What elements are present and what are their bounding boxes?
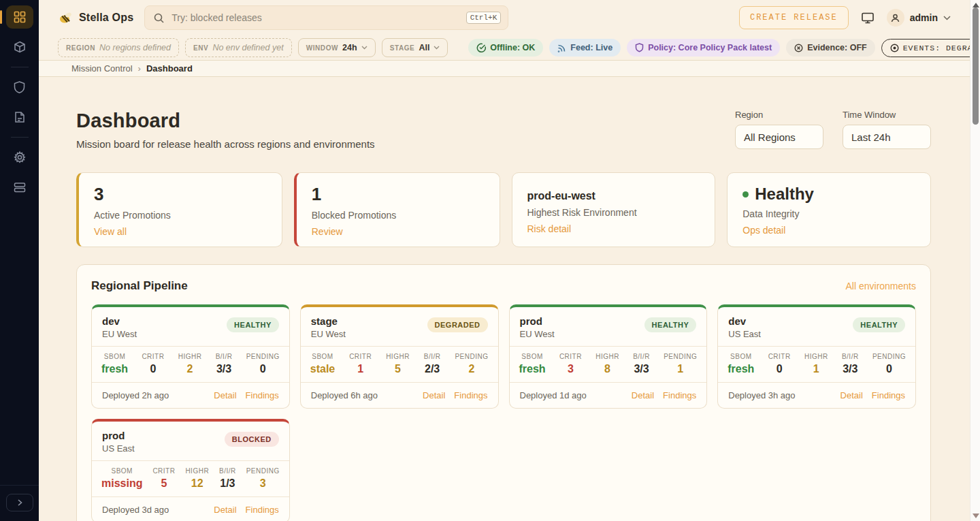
review-link[interactable]: Review (312, 226, 343, 237)
environment-name: prod (102, 430, 135, 441)
region-name: EU West (311, 329, 346, 339)
pipeline-grid: dev EU West HEALTHY SBOMfreshCRITR0HIGHR… (91, 304, 916, 521)
detail-link[interactable]: Detail (214, 505, 236, 515)
package-icon (13, 40, 27, 54)
regional-pipeline-panel: Regional Pipeline All environments dev E… (76, 264, 931, 521)
detail-link[interactable]: Detail (840, 390, 863, 400)
shield-icon (13, 80, 26, 94)
user-menu[interactable]: admin (887, 9, 951, 27)
env-context-label: ENV (193, 44, 208, 52)
view-all-link[interactable]: View all (94, 226, 127, 237)
highest-risk-label: Highest Risk Environment (527, 207, 700, 218)
status-badge: BLOCKED (225, 432, 279, 447)
status-badge: HEALTHY (227, 317, 279, 332)
sidebar-divider (11, 67, 29, 67)
sidebar-footer-divider (0, 485, 39, 486)
findings-link[interactable]: Findings (663, 390, 696, 400)
monitor-icon[interactable] (861, 12, 875, 25)
region-context-pill[interactable]: REGION No regions defined (58, 38, 179, 57)
detail-link[interactable]: Detail (423, 390, 445, 400)
detail-link[interactable]: Detail (632, 390, 654, 400)
breadcrumb: Mission Control › Dashboard (39, 61, 970, 77)
sidebar-item-documents[interactable] (6, 106, 33, 129)
deployed-time: Deployed 3d ago (102, 505, 169, 515)
policy-status-pill: Policy: Core Policy Pack latest (627, 39, 780, 57)
page-title: Dashboard (76, 110, 375, 132)
region-filter-value: All Regions (744, 131, 796, 143)
chevron-down-icon (434, 46, 440, 50)
window-context-dropdown[interactable]: WINDOW 24h (298, 38, 376, 57)
create-release-button[interactable]: CREATE RELEASE (739, 6, 849, 29)
time-window-filter-select[interactable]: Last 24h (843, 125, 931, 149)
findings-link[interactable]: Findings (246, 505, 279, 515)
stat-pending: PENDING2 (455, 353, 488, 375)
deployed-time: Deployed 6h ago (311, 390, 378, 400)
check-circle-icon (476, 43, 486, 52)
stat-pending: PENDING3 (246, 467, 280, 490)
risk-detail-link[interactable]: Risk detail (527, 223, 572, 234)
events-status-label: EVENTS: DEGRADED (903, 44, 980, 52)
stat-critr: CRITR0 (768, 353, 791, 375)
chevron-right-icon: › (138, 63, 141, 74)
shield-icon (635, 43, 644, 52)
stat-cards-row: 3 Active Promotions View all 1 Blocked P… (76, 172, 931, 247)
env-context-pill[interactable]: ENV No env defined yet (185, 38, 292, 57)
pipeline-stats: SBOMfreshCRITR0HIGHR2B/I/R3/3PENDING0 (92, 346, 289, 383)
stat-critr: CRITR5 (152, 467, 175, 490)
findings-link[interactable]: Findings (454, 390, 487, 400)
global-search[interactable]: Ctrl+K (144, 5, 508, 30)
context-bar: REGION No regions defined ENV No env def… (39, 35, 970, 61)
grid-icon (13, 10, 27, 24)
chevron-down-icon (361, 46, 368, 50)
scroll-up-arrow-icon[interactable] (973, 3, 979, 7)
stat-sbom: SBOMfresh (519, 353, 546, 375)
sidebar-item-dashboard[interactable] (6, 5, 33, 29)
search-input[interactable] (172, 12, 459, 23)
breadcrumb-root[interactable]: Mission Control (71, 63, 133, 74)
brand[interactable]: Stella Ops (58, 11, 133, 25)
offline-status-pill: Offline: OK (468, 39, 543, 57)
evidence-status-pill: Evidence: OFF (786, 39, 875, 57)
stat-highr: HIGHR12 (185, 467, 209, 490)
sidebar-item-settings[interactable] (6, 146, 33, 169)
sidebar-item-policy[interactable] (6, 76, 33, 99)
deployed-time: Deployed 2h ago (102, 390, 169, 400)
top-bar: Stella Ops Ctrl+K CREATE RELEASE admin (39, 0, 970, 35)
region-context-value: No regions defined (99, 43, 171, 52)
time-window-filter-label: Time Window (843, 110, 931, 120)
findings-link[interactable]: Findings (246, 390, 279, 400)
pipeline-card: stage EU West DEGRADED SBOMstaleCRITR1HI… (300, 304, 499, 409)
active-indicator (0, 10, 2, 24)
stat-critr: CRITR0 (142, 353, 164, 375)
sidebar-item-releases[interactable] (6, 35, 33, 59)
ops-detail-link[interactable]: Ops detail (742, 225, 785, 236)
stat-pending: PENDING1 (664, 353, 697, 375)
detail-link[interactable]: Detail (214, 390, 236, 400)
scroll-down-arrow-icon[interactable] (973, 514, 979, 518)
scrollbar-thumb[interactable] (973, 7, 979, 125)
bee-icon (58, 11, 73, 25)
stage-context-dropdown[interactable]: STAGE All (382, 38, 448, 57)
status-badge: HEALTHY (644, 317, 697, 332)
region-filter-select[interactable]: All Regions (735, 125, 823, 149)
stat-critr: CRITR1 (349, 353, 372, 375)
main-content: Dashboard Mission board for release heal… (39, 77, 970, 521)
sidebar-expand-button[interactable] (6, 494, 33, 511)
highest-risk-value: prod-eu-west (527, 190, 700, 202)
feed-status-pill: Feed: Live (549, 39, 621, 57)
page-scrollbar[interactable] (970, 0, 980, 521)
pipeline-card-links: DetailFindings (840, 390, 905, 400)
findings-link[interactable]: Findings (872, 390, 905, 400)
stat-bir: B/I/R3/3 (216, 353, 233, 375)
pipeline-stats: SBOMfreshCRITR0HIGHR1B/I/R3/3PENDING0 (718, 346, 915, 383)
sidebar-item-infrastructure[interactable] (6, 176, 33, 199)
deployed-time: Deployed 3h ago (728, 390, 795, 400)
all-environments-link[interactable]: All environments (846, 281, 917, 291)
chevron-down-icon (943, 16, 951, 20)
document-icon (13, 110, 26, 124)
data-integrity-value: Healthy (755, 185, 814, 203)
search-shortcut-badge: Ctrl+K (466, 12, 502, 24)
active-promotions-value: 3 (94, 185, 267, 205)
active-promotions-card: 3 Active Promotions View all (76, 172, 282, 247)
blocked-promotions-value: 1 (312, 185, 485, 205)
